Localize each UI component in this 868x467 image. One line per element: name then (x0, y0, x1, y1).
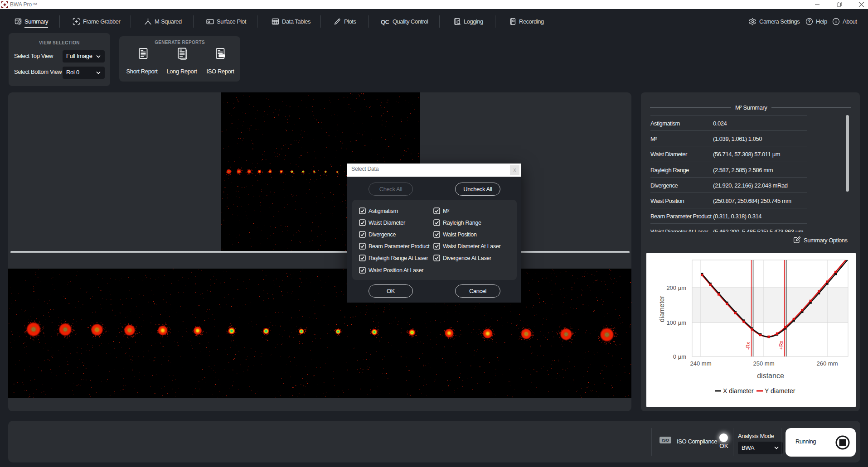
svg-text:?: ? (808, 19, 810, 24)
svg-text:X diameter: X diameter (723, 387, 754, 395)
svg-text:100 µm: 100 µm (666, 319, 686, 326)
svg-text:0 µm: 0 µm (673, 353, 686, 360)
svg-text:200 µm: 200 µm (666, 284, 686, 291)
svg-text:240 mm: 240 mm (690, 360, 712, 367)
svg-text:250 mm: 250 mm (753, 360, 775, 367)
svg-text:distance: distance (757, 372, 784, 380)
svg-text:-Rx: -Rx (745, 342, 751, 350)
svg-text:Y diameter: Y diameter (765, 387, 795, 395)
svg-text:+Rx: +Rx (778, 341, 784, 350)
svg-text:260 mm: 260 mm (817, 360, 838, 367)
svg-text:diameter: diameter (658, 296, 665, 322)
